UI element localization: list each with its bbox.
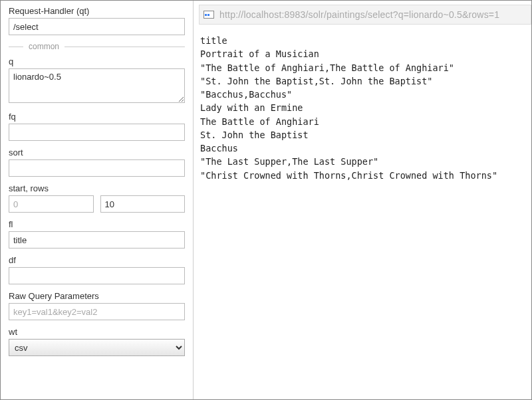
start-input[interactable] — [9, 195, 94, 213]
link-icon — [203, 11, 214, 19]
fl-group: fl — [9, 219, 185, 249]
common-fieldset-label: common — [9, 42, 185, 51]
raw-query-group: Raw Query Parameters — [9, 291, 185, 320]
query-url-text: http://localhost:8983/solr/paintings/sel… — [219, 9, 499, 20]
start-rows-group: start, rows — [9, 183, 185, 213]
sort-group: sort — [9, 148, 185, 177]
raw-query-label: Raw Query Parameters — [9, 291, 185, 301]
wt-select[interactable]: csv — [9, 339, 185, 356]
rows-input[interactable] — [100, 195, 186, 213]
app-container: Request-Handler (qt) common q fq sort st… — [1, 1, 531, 399]
fq-label: fq — [9, 112, 185, 122]
start-rows-label: start, rows — [9, 183, 185, 193]
fq-input[interactable] — [9, 124, 185, 141]
fl-input[interactable] — [9, 231, 185, 249]
query-url-bar[interactable]: http://localhost:8983/solr/paintings/sel… — [199, 5, 531, 25]
request-handler-label: Request-Handler (qt) — [9, 6, 185, 16]
df-label: df — [9, 255, 185, 265]
fl-label: fl — [9, 219, 185, 229]
raw-query-input[interactable] — [9, 303, 185, 320]
wt-label: wt — [9, 327, 185, 337]
sort-label: sort — [9, 148, 185, 157]
request-handler-group: Request-Handler (qt) — [9, 6, 185, 35]
fq-group: fq — [9, 112, 185, 141]
df-input[interactable] — [9, 267, 185, 284]
wt-group: wt csv — [9, 327, 185, 356]
query-form-panel: Request-Handler (qt) common q fq sort st… — [1, 1, 194, 399]
request-handler-input[interactable] — [9, 18, 185, 35]
q-group: q — [9, 56, 185, 105]
sort-input[interactable] — [9, 159, 185, 177]
q-label: q — [9, 56, 185, 66]
q-input[interactable] — [9, 68, 185, 103]
results-panel: http://localhost:8983/solr/paintings/sel… — [194, 1, 531, 399]
df-group: df — [9, 255, 185, 284]
results-output: title Portrait of a Musician "The Battle… — [199, 25, 531, 182]
